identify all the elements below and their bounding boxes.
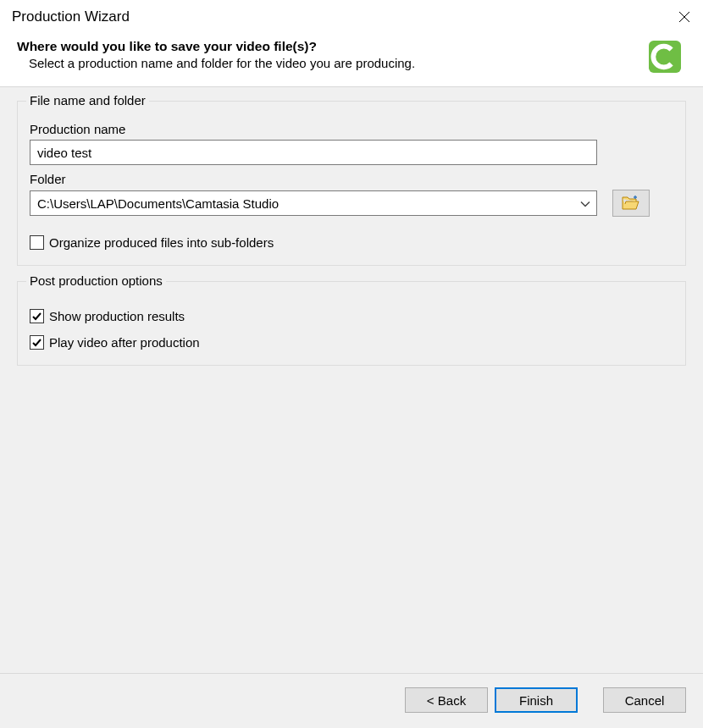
checkbox-box <box>30 309 44 323</box>
cancel-button[interactable]: Cancel <box>603 687 686 713</box>
production-name-label: Production name <box>30 122 673 136</box>
group-post-production: Post production options Show production … <box>17 281 686 366</box>
folder-label: Folder <box>30 172 673 186</box>
organize-subfolders-checkbox[interactable]: Organize produced files into sub-folders <box>30 235 673 250</box>
organize-subfolders-label: Organize produced files into sub-folders <box>49 235 274 250</box>
checkmark-icon <box>31 337 42 348</box>
play-after-label: Play video after production <box>49 335 200 350</box>
browse-folder-button[interactable] <box>612 190 650 217</box>
production-name-input[interactable] <box>30 140 597 165</box>
finish-button[interactable]: Finish <box>495 687 578 713</box>
group-file-name-folder-legend: File name and folder <box>26 93 149 108</box>
window-title: Production Wizard <box>12 8 130 25</box>
folder-combo[interactable] <box>30 190 597 216</box>
show-results-checkbox[interactable]: Show production results <box>30 309 673 323</box>
back-button[interactable]: < Back <box>405 687 488 713</box>
checkbox-box <box>30 235 44 250</box>
show-results-label: Show production results <box>49 309 185 323</box>
page-subheading: Select a production name and folder for … <box>17 56 415 70</box>
group-post-production-legend: Post production options <box>26 273 166 288</box>
group-file-name-folder: File name and folder Production name Fol… <box>17 101 686 266</box>
page-heading: Where would you like to save your video … <box>17 39 415 54</box>
checkmark-icon <box>31 311 42 322</box>
close-icon <box>678 11 690 23</box>
play-after-checkbox[interactable]: Play video after production <box>30 335 673 350</box>
close-button[interactable] <box>676 8 693 25</box>
camtasia-logo-icon <box>649 41 681 73</box>
checkbox-box <box>30 335 44 350</box>
folder-open-icon <box>622 196 640 211</box>
